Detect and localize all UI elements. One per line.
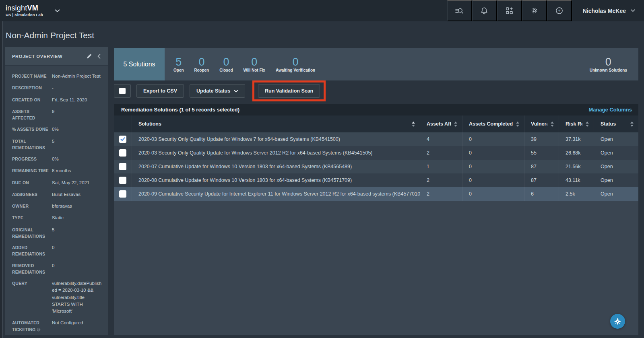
edit-project-button[interactable]	[84, 52, 95, 60]
row-checkbox-checked[interactable]	[119, 136, 126, 143]
field-project-name: PROJECT NAME Non-Admin Project Test	[12, 73, 103, 80]
sort-icon	[547, 122, 554, 127]
status-stats: 5 Open 0 Reopen 0 Closed 0 Will Not Fix …	[165, 48, 315, 80]
svg-text:?: ?	[558, 8, 560, 13]
status-badge: Open	[594, 146, 638, 160]
table-title-bar: Remediation Solutions (1 of 5 records se…	[114, 104, 638, 115]
table-row[interactable]: 2020-08 Cumulative Update for Windows 10…	[114, 173, 638, 187]
solutions-count-tile[interactable]: 5 Solutions	[114, 48, 165, 80]
logo-brand: insight	[6, 4, 27, 12]
field-type: TYPE Static	[12, 214, 103, 221]
solutions-toolbar: Export to CSV Update Status Run Validati…	[114, 84, 326, 98]
divider	[48, 5, 48, 16]
row-checkbox[interactable]	[119, 190, 126, 198]
field-original-remediations: ORIGINAL REMEDIATIONS 5	[12, 227, 103, 240]
search-button[interactable]	[447, 0, 472, 21]
logo-product: VM	[27, 4, 38, 12]
row-checkbox[interactable]	[119, 149, 126, 157]
table-title: Remediation Solutions (1 of 5 records se…	[121, 107, 588, 113]
logo-text: insightVM US | Simulation Lab	[6, 4, 43, 17]
status-badge: Open	[594, 160, 638, 173]
help-button[interactable]: ?	[547, 0, 572, 21]
column-header-risk-reduced[interactable]: Risk Red...	[559, 115, 594, 132]
snowflake-star-icon	[613, 317, 622, 326]
field-added-remediations: ADDED REMEDIATIONS 0	[12, 244, 103, 258]
status-badge: Open	[594, 187, 638, 201]
sort-icon	[582, 122, 589, 127]
table-row[interactable]: 2020-03 Security Only Quality Update for…	[114, 146, 638, 160]
status-badge: Open	[594, 132, 638, 146]
stat-will-not-fix: 0 Will Not Fix	[244, 56, 265, 72]
user-menu[interactable]: Nicholas McKee	[572, 0, 644, 21]
column-header-vulnerabilities[interactable]: Vulnerab...	[524, 115, 559, 132]
field-automated-ticketing: AUTOMATED TICKETING Not Configured	[12, 319, 103, 333]
sort-icon	[409, 122, 415, 127]
status-badge: Open	[594, 173, 638, 187]
table-row[interactable]: 2020-03 Security Only Quality Update for…	[114, 132, 638, 146]
search-icon	[455, 7, 464, 14]
field-owner: OWNER bfersavas	[12, 203, 103, 210]
user-name: Nicholas McKee	[583, 8, 626, 14]
stat-awaiting-verification: 0 Awaiting Verification	[276, 56, 315, 72]
field-percent-assets-done: % ASSETS DONE 0%	[12, 126, 103, 133]
stat-open: 5 Open	[173, 56, 184, 72]
apps-button[interactable]	[497, 0, 522, 21]
rapid7-beacon-button[interactable]	[610, 314, 625, 329]
sort-icon	[451, 122, 457, 127]
column-header-status[interactable]: Status	[594, 115, 638, 132]
field-assets-affected: ASSETS AFFECTED 9	[12, 108, 103, 122]
apps-grid-plus-icon	[506, 7, 513, 14]
panel-title: PROJECT OVERVIEW	[12, 54, 84, 59]
topbar: insightVM US | Simulation Lab	[0, 0, 644, 21]
solutions-summary-bar: 5 Solutions 5 Open 0 Reopen 0 Closed 0 W…	[114, 48, 638, 80]
pencil-icon	[87, 54, 92, 59]
project-overview-fields: PROJECT NAME Non-Admin Project Test DESC…	[5, 66, 108, 333]
sort-icon	[513, 122, 519, 127]
help-circle-icon: ?	[555, 7, 563, 14]
manage-columns-link[interactable]: Manage Columns	[588, 107, 632, 113]
field-total-remediations: TOTAL REMEDIATIONS 5	[12, 138, 103, 151]
page-title: Non-Admin Project Test	[6, 31, 94, 40]
notifications-button[interactable]	[472, 0, 497, 21]
field-remaining-time: REMAINING TIME 8 months	[12, 167, 103, 174]
collapsed-nav-rail[interactable]	[0, 21, 3, 338]
export-to-csv-button[interactable]: Export to CSV	[136, 84, 184, 98]
table-row-highlighted[interactable]: 2020-09 Cumulative Security Update for I…	[114, 187, 638, 201]
collapse-panel-button[interactable]	[95, 52, 103, 60]
chevron-down-icon	[631, 9, 635, 12]
update-status-button[interactable]: Update Status	[190, 84, 245, 98]
checkbox-icon	[119, 88, 126, 94]
app-logo: insightVM US | Simulation Lab	[0, 0, 62, 21]
chevron-down-icon	[55, 9, 60, 12]
settings-button[interactable]	[522, 0, 547, 21]
ticketing-gear-icon	[37, 328, 41, 332]
row-checkbox[interactable]	[119, 163, 126, 170]
column-header-assets-completed[interactable]: Assets Completed	[462, 115, 524, 132]
stat-reopen: 0 Reopen	[194, 56, 209, 72]
chevron-left-icon	[97, 54, 101, 59]
chevron-down-icon	[234, 90, 238, 93]
remediation-solutions-card: Remediation Solutions (1 of 5 records se…	[114, 104, 638, 335]
row-checkbox[interactable]	[119, 177, 126, 184]
topbar-spacer	[62, 0, 447, 21]
column-header-assets-affected[interactable]: Assets Affec...	[420, 115, 462, 132]
field-due-on: DUE ON Sat, May 22, 2021	[12, 179, 103, 186]
stat-closed: 0 Closed	[219, 56, 233, 72]
red-annotation-highlight: Run Validation Scan	[252, 80, 326, 101]
select-all-checkbox[interactable]	[114, 84, 131, 98]
column-header-solutions[interactable]: Solutions	[132, 115, 420, 132]
field-description: DESCRIPTION -	[12, 84, 103, 91]
project-overview-header: PROJECT OVERVIEW	[5, 47, 108, 66]
project-overview-panel: PROJECT OVERVIEW PROJECT NAME Non-Admin …	[5, 47, 108, 335]
gear-icon	[530, 7, 538, 14]
product-switcher-button[interactable]	[52, 7, 62, 15]
run-validation-scan-button[interactable]: Run Validation Scan	[258, 84, 320, 98]
check-icon	[121, 138, 124, 140]
field-created-on: CREATED ON Fri, Sep 11, 2020	[12, 97, 103, 103]
table-row[interactable]: 2020-07 Cumulative Update for Windows 10…	[114, 160, 638, 173]
stat-unknown-solutions: 0 Unknown Solutions	[590, 56, 638, 72]
bell-icon	[481, 7, 488, 14]
field-removed-remediations: REMOVED REMEDIATIONS 0	[12, 262, 103, 276]
sort-icon	[627, 122, 634, 127]
field-assignees: ASSIGNEES Bulut Ersavas	[12, 191, 103, 198]
